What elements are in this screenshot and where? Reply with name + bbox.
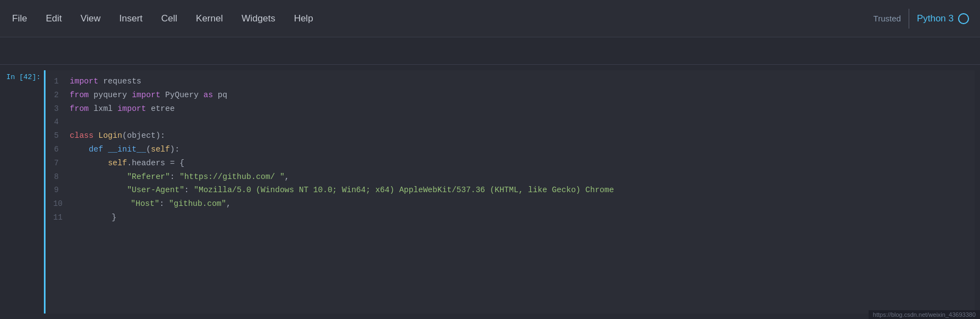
menu-view[interactable]: View (80, 11, 102, 26)
line-num-11: 11 (53, 211, 74, 225)
kernel-name-label: Python 3 (917, 13, 954, 24)
cell-content[interactable]: 1 import requests 2 from pyquery import … (44, 70, 975, 314)
code-line-7: 7 self.headers = { (53, 156, 967, 170)
trusted-label: Trusted (874, 14, 909, 23)
code-line-1: 1 import requests (53, 75, 967, 88)
line-code-1: import requests (70, 75, 142, 88)
statusbar: https://blog.csdn.net/weixin_43693380 (869, 310, 980, 319)
menubar-left: File Edit View Insert Cell Kernel Widget… (11, 11, 314, 26)
line-code-10: "Host": "github.com", (74, 197, 231, 211)
code-line-6: 6 def __init__(self): (53, 143, 967, 156)
code-line-3: 3 from lxml import etree (53, 102, 967, 116)
line-num-6: 6 (53, 143, 70, 156)
line-num-9: 9 (53, 184, 70, 197)
line-num-7: 7 (53, 157, 70, 170)
menu-cell[interactable]: Cell (160, 11, 178, 26)
toolbar (0, 37, 980, 65)
code-line-4: 4 (53, 115, 967, 129)
cell-label: In [42]: (5, 70, 44, 314)
line-code-9: "User-Agent": "Mozilla/5.0 (Windows NT 1… (70, 183, 614, 197)
menu-edit[interactable]: Edit (44, 11, 63, 26)
line-code-8: "Referer": "https://github.com/ ", (70, 170, 289, 184)
line-code-4 (70, 115, 75, 129)
line-code-6: def __init__(self): (70, 143, 179, 156)
notebook-area: In [42]: 1 import requests 2 from pyquer… (0, 65, 980, 319)
line-num-8: 8 (53, 171, 70, 184)
line-num-1: 1 (53, 75, 70, 88)
divider (909, 9, 909, 29)
code-line-10: 10 "Host": "github.com", (53, 197, 967, 211)
line-code-2: from pyquery import PyQuery as pq (70, 88, 227, 102)
line-num-4: 4 (53, 116, 70, 129)
line-num-5: 5 (53, 130, 70, 143)
statusbar-url: https://blog.csdn.net/weixin_43693380 (873, 311, 976, 318)
menu-insert[interactable]: Insert (118, 11, 144, 26)
line-num-10: 10 (53, 198, 74, 211)
line-num-2: 2 (53, 89, 70, 102)
line-code-3: from lxml import etree (70, 102, 174, 116)
code-line-11: 11 } (53, 211, 967, 225)
code-line-5: 5 class Login(object): (53, 129, 967, 143)
kernel-info[interactable]: Python 3 (917, 13, 969, 24)
line-num-3: 3 (53, 103, 70, 116)
menu-kernel[interactable]: Kernel (195, 11, 224, 26)
menu-file[interactable]: File (11, 11, 28, 26)
line-code-11: } (74, 211, 116, 225)
line-code-5: class Login(object): (70, 129, 165, 143)
kernel-status-icon (958, 13, 969, 24)
code-line-9: 9 "User-Agent": "Mozilla/5.0 (Windows NT… (53, 183, 967, 197)
menubar: File Edit View Insert Cell Kernel Widget… (0, 0, 980, 37)
cell-container: In [42]: 1 import requests 2 from pyquer… (0, 70, 980, 314)
code-line-2: 2 from pyquery import PyQuery as pq (53, 88, 967, 102)
code-block: 1 import requests 2 from pyquery import … (53, 75, 967, 225)
menubar-right: Trusted Python 3 (874, 9, 969, 29)
menu-help[interactable]: Help (293, 11, 314, 26)
code-line-8: 8 "Referer": "https://github.com/ ", (53, 170, 967, 184)
menu-widgets[interactable]: Widgets (240, 11, 276, 26)
line-code-7: self.headers = { (70, 156, 184, 170)
